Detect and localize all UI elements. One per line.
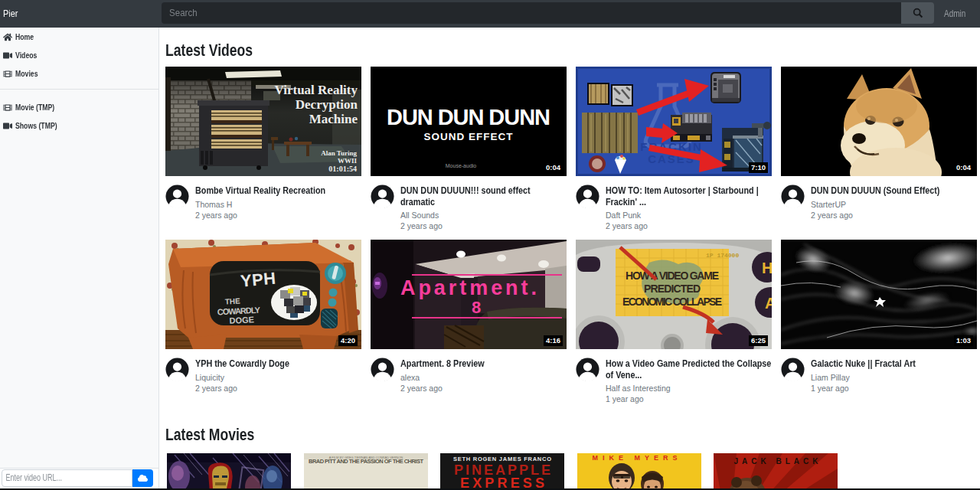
svg-text:PREDICTED: PREDICTED — [644, 283, 701, 295]
svg-text:Mouse-audio: Mouse-audio — [446, 163, 477, 168]
svg-text:SETH ROGEN JAMES FRANCO: SETH ROGEN JAMES FRANCO — [453, 456, 551, 462]
svg-text:H: H — [762, 260, 772, 276]
svg-text:A: A — [765, 295, 772, 312]
svg-text:SOUND EFFECT: SOUND EFFECT — [423, 131, 513, 142]
svg-text:Alan Turing: Alan Turing — [321, 149, 357, 157]
svg-text:01:01:54: 01:01:54 — [328, 165, 357, 173]
svg-text:DOGE: DOGE — [229, 315, 254, 325]
svg-text:JACK BLACK: JACK BLACK — [734, 457, 822, 466]
svg-text:8: 8 — [472, 298, 481, 317]
svg-text:BRAD PITT AND THE PASSION OF T: BRAD PITT AND THE PASSION OF THE CHRIST — [309, 458, 423, 465]
svg-text:1P 174000: 1P 174000 — [706, 252, 739, 259]
svg-text:Virtual Reality: Virtual Reality — [275, 83, 358, 97]
svg-text:THE: THE — [225, 296, 241, 305]
svg-text:Machine: Machine — [309, 112, 358, 126]
svg-text:Decryption: Decryption — [296, 97, 358, 112]
svg-text:ECONOMIC COLLAPSE: ECONOMIC COLLAPSE — [622, 296, 722, 308]
svg-text:MIKE MYERS: MIKE MYERS — [592, 454, 681, 462]
svg-text:WWII: WWII — [338, 157, 358, 165]
svg-text:YPH: YPH — [240, 269, 276, 291]
svg-text:HOW A VIDEO GAME: HOW A VIDEO GAME — [626, 270, 719, 282]
svg-text:DUN DUN DUNN: DUN DUN DUNN — [387, 105, 550, 129]
